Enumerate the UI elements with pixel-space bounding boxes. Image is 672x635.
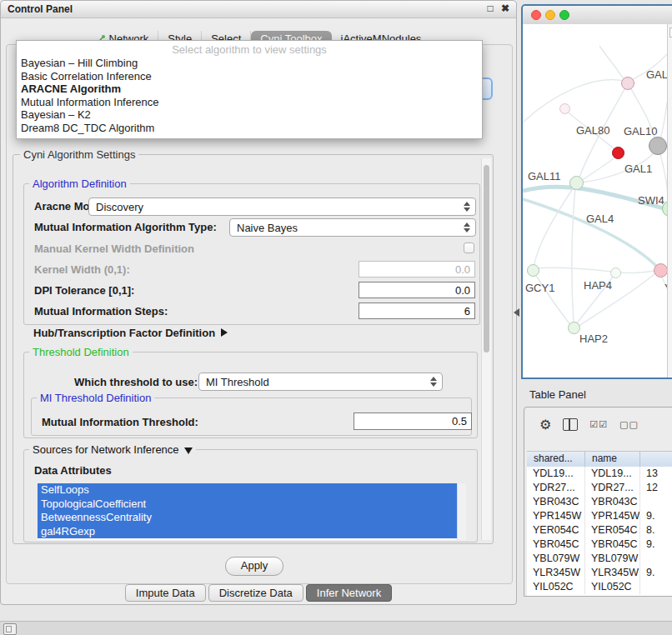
algorithm-option[interactable]: Bayesian – Hill Climbing bbox=[17, 57, 482, 70]
dropdown-placeholder[interactable]: Select algorithm to view settings bbox=[17, 43, 482, 57]
network-window-titlebar[interactable] bbox=[523, 6, 672, 25]
cell-name[interactable]: YBR045C bbox=[585, 538, 640, 552]
cell-value[interactable]: 9. bbox=[640, 566, 672, 580]
algorithm-definition-title: Algorithm Definition bbox=[29, 178, 130, 190]
cell-value[interactable]: 9. bbox=[640, 538, 672, 552]
algorithm-option[interactable]: Bayesian – K2 bbox=[17, 108, 482, 122]
deselect-all-icon[interactable]: ▢▢ bbox=[619, 419, 639, 430]
table-row[interactable]: YDR27... YDR27... 12 bbox=[527, 481, 672, 495]
network-node[interactable] bbox=[569, 176, 584, 190]
cell-value[interactable]: 12 bbox=[640, 481, 672, 495]
network-node-red[interactable] bbox=[612, 147, 624, 159]
table-row[interactable]: YBR045C YBR045C 9. bbox=[527, 538, 672, 552]
cell-shared-name[interactable]: YER054C bbox=[527, 523, 585, 538]
aracne-mode-combo[interactable]: Discovery bbox=[88, 198, 476, 216]
network-node-pink[interactable] bbox=[654, 263, 667, 278]
column-chooser-icon[interactable] bbox=[563, 418, 578, 431]
node-label: GCY1 bbox=[525, 282, 554, 294]
minimized-panel-icon[interactable] bbox=[3, 623, 17, 635]
tab-discretize-data[interactable]: Discretize Data bbox=[208, 584, 303, 602]
attribute-item-selected[interactable]: BetweennessCentrality bbox=[38, 511, 458, 525]
algorithm-option[interactable]: Mutual Information Inference bbox=[17, 96, 482, 109]
cell-shared-name[interactable]: YBR043C bbox=[527, 495, 585, 509]
settings-scrollbar[interactable] bbox=[481, 158, 491, 540]
cell-name[interactable]: YER054C bbox=[585, 523, 640, 538]
which-threshold-combo[interactable]: MI Threshold bbox=[198, 372, 443, 391]
network-node[interactable] bbox=[527, 264, 539, 277]
network-node[interactable] bbox=[568, 322, 580, 334]
select-all-icon[interactable]: ☑☑ bbox=[589, 419, 608, 430]
network-scrollbar[interactable] bbox=[667, 24, 672, 378]
cell-name[interactable]: YBR043C bbox=[585, 495, 640, 509]
attribute-item-selected[interactable]: TopologicalCoefficient bbox=[38, 498, 458, 512]
cyni-algorithm-settings-group: Cyni Algorithm Settings Algorithm Defini… bbox=[13, 154, 494, 544]
cell-name[interactable]: YPR145W bbox=[585, 509, 640, 523]
cell-name[interactable]: YBL079W bbox=[585, 552, 640, 566]
close-icon[interactable]: ✖ bbox=[499, 2, 511, 14]
table-row[interactable]: YPR145W YPR145W 9. bbox=[527, 509, 672, 523]
table-row[interactable]: YBL079W YBL079W bbox=[527, 552, 672, 566]
cell-value[interactable]: 8. bbox=[640, 523, 672, 538]
cell-value[interactable]: 9. bbox=[640, 509, 672, 523]
zoom-traffic-button[interactable] bbox=[559, 10, 569, 20]
minimize-traffic-button[interactable] bbox=[545, 10, 555, 20]
cell-shared-name[interactable]: YPR145W bbox=[527, 509, 585, 523]
cell-shared-name[interactable]: YBR045C bbox=[527, 538, 585, 552]
network-canvas[interactable]: GAL8 GAL80 GAL10 GAL11 GAL1 SWI4 GAL4 GC… bbox=[523, 24, 667, 378]
cell-name[interactable]: YDL19... bbox=[585, 467, 640, 481]
table-toolbar: ⚙ ☑☑ ▢▢ bbox=[524, 408, 672, 441]
network-node[interactable] bbox=[610, 268, 621, 278]
column-header-extra[interactable] bbox=[640, 452, 672, 467]
attributes-scrollbar[interactable] bbox=[457, 483, 466, 540]
tab-infer-network[interactable]: Infer Network bbox=[306, 584, 392, 602]
hub-section-label: Hub/Transcription Factor Definition bbox=[33, 327, 215, 339]
manual-kernel-label: Manual Kernel Width Definition bbox=[34, 242, 194, 255]
mi-threshold-field[interactable] bbox=[354, 412, 472, 430]
cell-value[interactable] bbox=[640, 580, 672, 594]
table-row[interactable]: YBR043C YBR043C bbox=[527, 495, 672, 509]
mi-steps-field[interactable] bbox=[359, 302, 475, 319]
table-row[interactable]: YLR345W YLR345W 9. bbox=[527, 566, 672, 580]
cell-shared-name[interactable]: YDR27... bbox=[527, 481, 585, 495]
gear-icon[interactable]: ⚙ bbox=[539, 417, 551, 432]
cell-name[interactable]: YLR345W bbox=[585, 566, 640, 580]
kernel-width-field bbox=[359, 261, 475, 278]
close-traffic-button[interactable] bbox=[531, 10, 541, 20]
control-panel-titlebar[interactable]: Control Panel □ ✖ bbox=[1, 1, 516, 18]
network-node-gray[interactable] bbox=[649, 137, 667, 155]
cell-name[interactable]: YDR27... bbox=[585, 481, 640, 495]
hub-section-toggle[interactable]: Hub/Transcription Factor Definition bbox=[33, 327, 228, 339]
network-node[interactable] bbox=[559, 103, 570, 114]
column-header-name[interactable]: name bbox=[585, 452, 640, 467]
algorithm-dropdown-popup: Select algorithm to view settings Bayesi… bbox=[16, 40, 483, 139]
network-node[interactable] bbox=[621, 77, 634, 90]
scrollbar-thumb[interactable] bbox=[484, 165, 489, 352]
cell-shared-name[interactable]: YBL079W bbox=[527, 552, 585, 566]
dpi-tolerance-field[interactable] bbox=[359, 282, 475, 298]
network-view-window: GAL8 GAL80 GAL10 GAL11 GAL1 SWI4 GAL4 GC… bbox=[521, 4, 672, 379]
cell-shared-name[interactable]: YLR345W bbox=[527, 566, 585, 580]
algorithm-option[interactable]: Dream8 DC_TDC Algorithm bbox=[17, 122, 482, 135]
cell-shared-name[interactable]: YIL052C bbox=[527, 580, 585, 594]
attribute-item-selected[interactable]: gal4RGexp bbox=[38, 525, 458, 539]
cell-value[interactable] bbox=[640, 552, 672, 566]
node-label: GAL1 bbox=[624, 162, 652, 175]
mi-type-combo[interactable]: Naive Bayes bbox=[229, 218, 476, 237]
cell-value[interactable] bbox=[640, 495, 672, 509]
sources-toggle[interactable]: Sources for Network Inference bbox=[29, 443, 196, 456]
cell-shared-name[interactable]: YDL19... bbox=[527, 467, 585, 481]
apply-button[interactable]: Apply bbox=[225, 557, 283, 576]
restore-icon[interactable]: □ bbox=[484, 2, 496, 14]
tab-impute-data[interactable]: Impute Data bbox=[125, 584, 206, 602]
dpi-tolerance-label: DPI Tolerance [0,1]: bbox=[34, 284, 134, 297]
cell-value[interactable]: 13 bbox=[640, 467, 672, 481]
algorithm-option[interactable]: Basic Correlation Inference bbox=[17, 70, 482, 83]
column-header-shared-name[interactable]: shared... bbox=[527, 452, 585, 467]
attribute-item-selected[interactable]: SelfLoops bbox=[38, 483, 458, 498]
table-row[interactable]: YDL19... YDL19... 13 bbox=[527, 467, 672, 481]
panel-splitter-grip[interactable] bbox=[514, 308, 519, 317]
table-row[interactable]: YIL052C YIL052C bbox=[527, 580, 672, 594]
algorithm-option-selected[interactable]: ARACNE Algorithm bbox=[17, 82, 482, 96]
cell-name[interactable]: YIL052C bbox=[585, 580, 640, 594]
table-row[interactable]: YER054C YER054C 8. bbox=[527, 523, 672, 538]
